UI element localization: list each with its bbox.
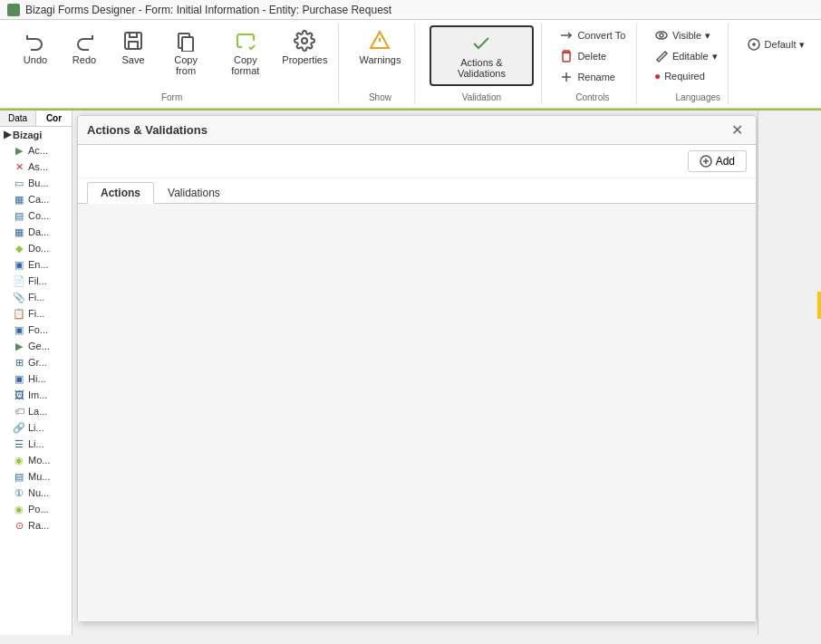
file2-icon: 📎 xyxy=(13,291,25,303)
combo-icon: ▤ xyxy=(13,209,25,222)
sidebar-tab-data[interactable]: Data xyxy=(0,111,36,126)
convert-icon xyxy=(559,28,574,43)
add-label: Add xyxy=(716,155,735,168)
required-button[interactable]: ● Required xyxy=(648,67,711,85)
title-bar: Bizagi Forms Designer - Form: Initial In… xyxy=(0,0,821,20)
list-item[interactable]: ◉ Mo... xyxy=(0,452,72,468)
save-icon xyxy=(122,30,144,52)
required-icon: ● xyxy=(654,70,661,82)
list-item[interactable]: ▶ Ge... xyxy=(0,338,72,354)
list-item[interactable]: ▤ Mu... xyxy=(0,468,72,485)
sidebar-group-label: Bizagi xyxy=(13,130,42,140)
svg-rect-7 xyxy=(563,53,570,62)
right-panel-marks xyxy=(758,111,821,635)
list-item[interactable]: ▣ Fo... xyxy=(0,322,72,338)
list-item[interactable]: ⊙ Ra... xyxy=(0,517,72,533)
tab-validations[interactable]: Validations xyxy=(154,182,234,203)
actions-validations-button[interactable]: Actions & Validations xyxy=(430,25,534,86)
list-item[interactable]: ▶ Ac... xyxy=(0,142,72,159)
save-button[interactable]: Save xyxy=(111,25,156,70)
convert-to-button[interactable]: Convert To xyxy=(553,25,632,45)
add-button[interactable]: Add xyxy=(688,150,747,172)
properties-button[interactable]: Properties xyxy=(279,25,332,70)
dialog-overlay: Actions & Validations ✕ Add Actions Vali… xyxy=(72,111,821,635)
window-title: Bizagi Forms Designer - Form: Initial In… xyxy=(25,4,391,16)
warnings-button[interactable]: Warnings xyxy=(351,25,409,70)
warnings-icon xyxy=(369,30,391,52)
button-icon: ▭ xyxy=(13,177,25,189)
list-item[interactable]: ☰ Li... xyxy=(0,436,72,452)
doc-icon: ◆ xyxy=(13,242,25,255)
languages-items: Visible ▾ Editable ▾ ● Required xyxy=(648,25,724,85)
copy-from-button[interactable]: Copy from xyxy=(159,25,212,81)
radio-icon: ⊙ xyxy=(13,519,25,532)
list-item[interactable]: ◉ Po... xyxy=(0,501,72,517)
tab-actions[interactable]: Actions xyxy=(87,182,154,204)
actions-validations-dialog: Actions & Validations ✕ Add Actions Vali… xyxy=(77,115,757,622)
list-item[interactable]: ▭ Bu... xyxy=(0,175,72,191)
ribbon-group-show: Warnings Show xyxy=(346,24,414,104)
warnings-label: Warnings xyxy=(359,54,401,65)
list-item[interactable]: 📋 Fi... xyxy=(0,305,72,322)
list-item[interactable]: ▤ Co... xyxy=(0,207,72,224)
list-item[interactable]: ① Nu... xyxy=(0,485,72,501)
link-icon: 🔗 xyxy=(13,421,25,434)
list-item[interactable]: ▣ Hi... xyxy=(0,370,72,387)
rename-label: Rename xyxy=(577,72,615,82)
redo-button[interactable]: Redo xyxy=(62,25,107,70)
calendar-icon: ▦ xyxy=(13,193,25,206)
add-circle-icon xyxy=(700,155,712,168)
list-item[interactable]: ▦ Ca... xyxy=(0,191,72,207)
right-panel xyxy=(758,111,821,635)
redo-icon xyxy=(73,30,95,52)
dialog-tab-bar: Actions Validations xyxy=(78,178,756,204)
list-item[interactable]: 🔗 Li... xyxy=(0,419,72,436)
undo-button[interactable]: Undo xyxy=(13,25,58,70)
list-item[interactable]: 🖼 Im... xyxy=(0,387,72,403)
list-item[interactable]: 📎 Fi... xyxy=(0,289,72,305)
map-icon: ◉ xyxy=(13,454,25,466)
delete-button[interactable]: Delete xyxy=(553,46,613,66)
editable-button[interactable]: Editable ▾ xyxy=(648,46,724,66)
default-button[interactable]: Default ▾ xyxy=(740,34,812,54)
dialog-title: Actions & Validations xyxy=(87,123,208,137)
label-icon: 🏷 xyxy=(13,405,25,418)
file-icon: 📄 xyxy=(13,274,25,287)
svg-point-8 xyxy=(656,32,667,39)
dialog-close-button[interactable]: ✕ xyxy=(728,121,747,139)
delete-label: Delete xyxy=(577,51,606,62)
form-group-label: Form xyxy=(161,89,182,102)
copy-format-button[interactable]: Copy format xyxy=(216,25,275,81)
editable-label: Editable xyxy=(672,51,709,62)
ribbon-group-form: Undo Redo Save Copy from Copy format xyxy=(5,24,339,104)
default-icon xyxy=(747,37,761,52)
multi-icon: ▤ xyxy=(13,470,25,483)
list-item[interactable]: ✕ As... xyxy=(0,159,72,175)
list-item[interactable]: 🏷 La... xyxy=(0,403,72,419)
default-label: Default xyxy=(765,39,797,50)
svg-point-9 xyxy=(660,34,663,37)
list-item[interactable]: ⊞ Gr... xyxy=(0,354,72,370)
list-item[interactable]: ◆ Do... xyxy=(0,240,72,256)
list-item[interactable]: ▣ En... xyxy=(0,256,72,273)
rename-button[interactable]: Rename xyxy=(553,67,622,87)
rename-icon xyxy=(559,70,574,84)
assign-icon: ✕ xyxy=(13,160,25,173)
file3-icon: 📋 xyxy=(13,307,25,320)
ribbon-group-languages: Visible ▾ Editable ▾ ● Required Language… xyxy=(644,24,729,104)
list-item[interactable]: ▦ Da... xyxy=(0,224,72,240)
svg-rect-1 xyxy=(129,42,138,49)
sidebar-group-bizagi[interactable]: ▶ Bizagi xyxy=(0,127,72,142)
redo-label: Redo xyxy=(72,54,96,65)
visible-button[interactable]: Visible ▾ xyxy=(648,25,717,45)
list-item[interactable]: 📄 Fil... xyxy=(0,273,72,289)
properties-label: Properties xyxy=(282,54,327,65)
dialog-toolbar: Add xyxy=(78,145,756,178)
undo-icon xyxy=(24,30,46,52)
ribbon-group-validation: Actions & Validations Validation xyxy=(422,24,542,104)
visible-label: Visible xyxy=(672,30,701,41)
copy-from-icon xyxy=(175,30,197,52)
yellow-marker xyxy=(817,292,821,319)
sidebar-tab-cor[interactable]: Cor xyxy=(36,111,72,126)
poll-icon: ◉ xyxy=(13,503,25,515)
